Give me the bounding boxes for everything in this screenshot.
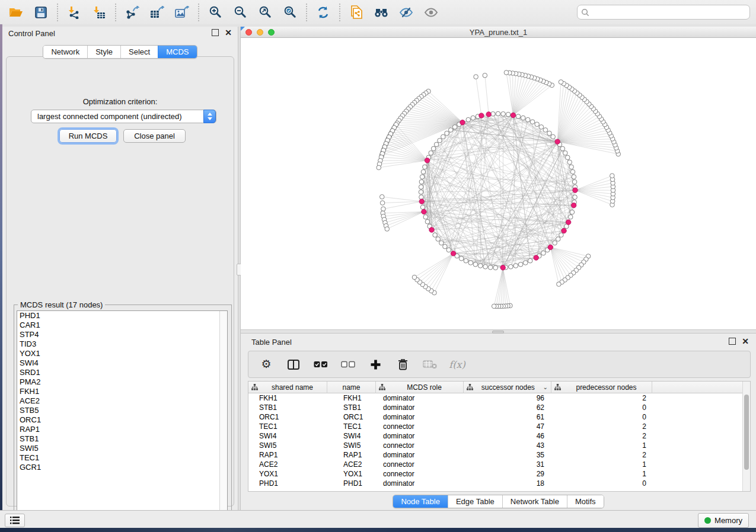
network-node[interactable] — [419, 190, 423, 194]
network-edge[interactable] — [550, 247, 583, 262]
mcds-node[interactable] — [479, 113, 484, 118]
network-node[interactable] — [425, 219, 430, 224]
network-node[interactable] — [521, 116, 525, 120]
network-edge[interactable] — [428, 161, 555, 243]
network-edge[interactable] — [382, 197, 422, 201]
mcds-result-item[interactable]: STP4 — [17, 330, 227, 339]
network-node[interactable] — [501, 111, 506, 116]
mcds-result-item[interactable]: PHD1 — [17, 311, 227, 321]
zoom-out-icon[interactable] — [232, 4, 248, 21]
network-node[interactable] — [528, 258, 532, 263]
table-cell[interactable]: SWI4 — [248, 431, 327, 441]
function-builder-icon[interactable]: f(x) — [450, 357, 464, 371]
network-edge[interactable] — [557, 142, 617, 151]
mcds-node[interactable] — [548, 245, 553, 249]
mcds-node[interactable] — [562, 228, 566, 233]
network-edge[interactable] — [385, 211, 423, 223]
table-cell[interactable]: connector — [376, 469, 464, 479]
network-edge[interactable] — [425, 254, 453, 287]
close-panel-button[interactable]: Close panel — [123, 129, 186, 143]
table-cell[interactable]: 0 — [551, 412, 652, 422]
mcds-result-item[interactable]: ORC1 — [17, 415, 227, 425]
criterion-dropdown[interactable]: largest connected component (undirected) — [31, 110, 216, 123]
column-header-predecessor-nodes[interactable]: predecessor nodes — [551, 382, 652, 393]
network-node[interactable] — [525, 117, 530, 122]
table-cell[interactable]: STB1 — [248, 403, 327, 412]
table-cell[interactable]: ACE2 — [248, 460, 327, 469]
network-node[interactable] — [471, 116, 476, 120]
delete-column-icon[interactable] — [395, 357, 410, 371]
network-node[interactable] — [452, 125, 457, 130]
table-row[interactable]: SWI5SWI5connector431 — [248, 441, 750, 450]
network-edge[interactable] — [513, 78, 534, 116]
column-header-successor-nodes[interactable]: successor nodes⌄ — [464, 382, 551, 393]
table-scrollbar[interactable] — [742, 382, 750, 491]
network-node[interactable] — [419, 185, 423, 190]
table-cell[interactable]: 2 — [551, 393, 652, 403]
network-node[interactable] — [568, 214, 573, 219]
mcds-result-item[interactable]: STB1 — [17, 434, 227, 444]
network-node[interactable] — [535, 122, 540, 127]
network-node[interactable] — [464, 258, 468, 263]
table-row[interactable]: FKH1FKH1dominator962 — [248, 393, 750, 403]
network-node[interactable] — [473, 262, 478, 267]
table-cell[interactable]: 35 — [464, 450, 551, 460]
network-node[interactable] — [572, 175, 576, 180]
network-node[interactable] — [379, 194, 384, 199]
table-cell[interactable]: connector — [376, 460, 464, 469]
table-cell[interactable]: ACE2 — [327, 460, 376, 469]
network-node[interactable] — [385, 227, 390, 232]
network-node[interactable] — [438, 138, 442, 143]
tab-style[interactable]: Style — [87, 46, 120, 58]
table-cell[interactable]: ORC1 — [248, 412, 327, 422]
table-cell[interactable]: TEC1 — [248, 422, 327, 431]
mcds-node[interactable] — [422, 209, 426, 214]
table-cell[interactable]: 1 — [551, 460, 652, 469]
network-node[interactable] — [539, 125, 544, 130]
mcds-node[interactable] — [486, 112, 491, 117]
network-edge[interactable] — [406, 111, 462, 123]
network-edge[interactable] — [557, 95, 579, 142]
table-cell[interactable]: dominator — [376, 479, 464, 488]
network-node[interactable] — [496, 111, 500, 116]
table-cell[interactable]: PHD1 — [248, 479, 327, 488]
mcds-result-item[interactable]: CAR1 — [17, 321, 227, 330]
network-edge[interactable] — [379, 161, 428, 164]
table-cell[interactable]: FKH1 — [248, 393, 327, 403]
network-edge[interactable] — [513, 81, 543, 115]
network-node[interactable] — [488, 265, 493, 270]
mcds-result-item[interactable]: SWI4 — [17, 358, 227, 368]
mcds-node[interactable] — [500, 265, 505, 270]
network-edge[interactable] — [550, 247, 567, 277]
show-all-icon[interactable] — [423, 4, 439, 21]
network-edge[interactable] — [575, 176, 612, 190]
table-row[interactable]: ACE2ACE2connector311 — [248, 460, 750, 469]
mcds-node[interactable] — [571, 203, 576, 207]
network-node[interactable] — [570, 210, 575, 214]
mcds-node[interactable] — [566, 220, 570, 225]
network-node[interactable] — [420, 205, 425, 210]
table-cell[interactable]: YOX1 — [248, 469, 327, 479]
network-node[interactable] — [547, 131, 552, 136]
network-titlebar[interactable]: YPA_prune.txt_1 — [241, 27, 756, 38]
mcds-result-item[interactable]: PMA2 — [17, 377, 227, 387]
table-cell[interactable]: 18 — [464, 479, 551, 488]
network-edge[interactable] — [557, 107, 591, 142]
network-edge[interactable] — [379, 161, 428, 168]
network-node[interactable] — [412, 275, 417, 280]
network-node[interactable] — [443, 244, 448, 249]
deselect-all-icon[interactable] — [341, 357, 355, 371]
mcds-node[interactable] — [534, 255, 538, 260]
network-edge[interactable] — [550, 247, 579, 267]
network-node[interactable] — [446, 248, 451, 252]
network-node[interactable] — [436, 237, 441, 242]
hide-selected-icon[interactable] — [398, 4, 414, 21]
network-node[interactable] — [419, 180, 424, 184]
network-node[interactable] — [445, 131, 449, 136]
network-node[interactable] — [377, 165, 381, 170]
network-node[interactable] — [573, 195, 578, 200]
network-node[interactable] — [572, 180, 577, 184]
network-edge[interactable] — [506, 72, 513, 115]
mcds-result-item[interactable]: SWI5 — [17, 444, 227, 453]
network-edge[interactable] — [575, 190, 613, 197]
